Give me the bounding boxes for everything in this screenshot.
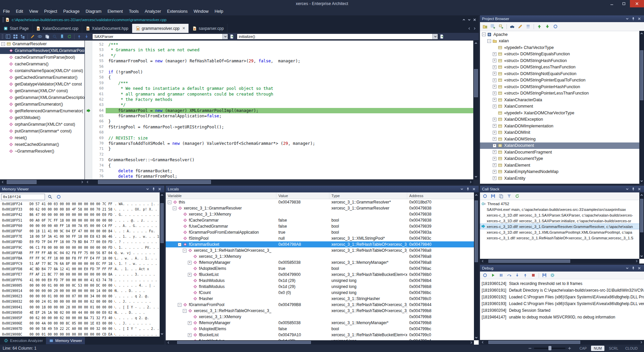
hex-row[interactable]: 0x00190014 00 00 00 00 20 00 00 00 00 00… <box>0 288 164 294</box>
document-tab-4[interactable]: saxparser.cpp <box>189 24 227 33</box>
scrollbar-thumb[interactable] <box>488 341 580 344</box>
scroll-up-button[interactable] <box>474 192 479 198</box>
new-element-button[interactable] <box>497 23 505 30</box>
hex-dump[interactable]: 0x0018FF24 D0 57 41 00 03 00 00 00 00 00… <box>0 201 164 337</box>
method-tree-item[interactable]: GrammarResolver(XMLGrammarPool* <box>0 47 85 54</box>
expander-plus-box[interactable]: + <box>188 261 192 265</box>
code-line[interactable]: GrammarResolver::~GrammarResolver() <box>106 157 473 163</box>
scroll-left-button[interactable] <box>166 340 171 345</box>
panel-menu-button[interactable] <box>625 266 630 271</box>
breakpoint-margin-cell[interactable] <box>85 168 92 174</box>
panel-pin-button[interactable] <box>151 186 156 192</box>
scroll-down-button[interactable] <box>639 253 644 259</box>
breakpoint-margin-cell[interactable] <box>85 146 92 152</box>
locals-row[interactable]: fHasher xercesc_3_1::StringHasher 0x0047… <box>166 296 479 302</box>
editor-hscrollbar[interactable] <box>85 179 473 185</box>
code-line[interactable]: delete fGrammarFromPool; <box>106 174 473 179</box>
scroll-down-button[interactable] <box>467 17 472 22</box>
step-over-button[interactable] <box>505 272 513 279</box>
element-properties-button[interactable] <box>525 23 532 30</box>
scroll-down-button[interactable] <box>474 335 479 340</box>
expander-plus-box[interactable]: + <box>493 176 496 180</box>
method-tree-item[interactable]: ~GrammarResolver() <box>0 148 85 155</box>
breakpoint-margin-cell[interactable] <box>85 119 92 124</box>
panel-pin-button[interactable] <box>631 266 636 271</box>
expander-plus-box[interactable]: + <box>493 92 496 95</box>
locals-row[interactable]: fGrammarPoolFromExternalApplication true… <box>166 229 479 235</box>
stack-frame[interactable]: xerces-c_3_1.dll! xercesc_3_1.RefHashTab… <box>480 235 644 241</box>
scrollbar-track[interactable] <box>485 340 639 345</box>
stack-frame[interactable]: xerces-c_3_1D.dll! xercesc_3_1.XMLGramma… <box>480 229 644 235</box>
code-line-current[interactable]: fGrammarPool = new (manager) XMLGrammarP… <box>106 108 473 113</box>
refresh-button[interactable] <box>66 33 73 40</box>
breakpoint-margin-cell[interactable] <box>85 152 92 157</box>
expander-plus-box[interactable]: + <box>493 150 496 154</box>
scroll-left-button[interactable] <box>0 179 5 185</box>
project-tree-item[interactable]: +«struct» DOMStringPointerEqualToFunctio… <box>480 77 644 84</box>
expander-plus-box[interactable]: + <box>493 78 496 82</box>
project-tree-item[interactable]: +«struct» DOMStringNotEqualsFunction <box>480 70 644 77</box>
tabs-scroll-right-button[interactable] <box>472 26 477 31</box>
menu-item-view[interactable]: View <box>26 7 41 15</box>
save-stack-button[interactable] <box>489 193 497 199</box>
method-tree-item[interactable]: resetCachedGrammar() <box>0 141 85 148</box>
breakpoint-margin-cell[interactable] <box>85 69 92 75</box>
method-tree-item[interactable]: reset() <box>0 134 85 141</box>
debug-message[interactable]: [1819360193]Loaded C:\Program Files (x86… <box>480 300 644 307</box>
scrollbar-thumb[interactable] <box>7 180 36 184</box>
zoom-slider[interactable] <box>528 346 572 350</box>
search-code-button[interactable] <box>51 33 58 40</box>
thread-row[interactable]: Thread 4752 <box>480 201 644 207</box>
project-tree-item[interactable]: +«struct» DOMStringPointerLessThanFuncti… <box>480 90 644 97</box>
method-tree-item[interactable]: putGrammar(Grammar* const) <box>0 128 85 134</box>
project-tree-item[interactable]: +XalanDocumentType <box>480 156 644 162</box>
breakpoint-margin-cell[interactable] <box>85 141 92 146</box>
menu-item-tools[interactable]: Tools <box>126 7 142 15</box>
scrollbar-track[interactable] <box>171 340 469 345</box>
hex-row[interactable]: 0x0018FF33 00 62 00 00 00 00 80 4F 58 00… <box>0 207 164 212</box>
document-tab-2[interactable]: XalanDocument.hpp <box>82 24 132 33</box>
breakpoint-margin[interactable] <box>85 41 92 179</box>
method-tree-item[interactable]: getGrammar(XMLGrammarDescriptio <box>0 94 85 101</box>
expander-minus-box[interactable]: − <box>1 42 5 46</box>
expander-minus-box[interactable]: − <box>173 207 176 210</box>
tabs-scroll-left-button[interactable] <box>467 26 472 31</box>
expander-minus-box[interactable]: − <box>183 309 186 313</box>
hex-row[interactable]: 0x0018FFAB FF FF FF AB 0C 04 02 F8 FF 75… <box>0 250 164 256</box>
hex-row[interactable]: 0x00190005 00 00 00 01 00 00 00 0C 53 00… <box>0 283 164 288</box>
panel-pin-button[interactable] <box>631 186 636 192</box>
browser-tree-button[interactable] <box>19 33 26 40</box>
code-line[interactable]: { <box>106 75 473 80</box>
locals-row[interactable]: fHashModulus 0x1d (29) unsigned long 0x0… <box>166 278 479 284</box>
project-browser-vscrollbar[interactable] <box>639 31 644 184</box>
edit-element-button[interactable] <box>517 23 524 30</box>
document-tab-3[interactable]: grammarresolver.cpp ✕ <box>132 24 189 33</box>
scrollbar-track[interactable] <box>160 198 164 331</box>
code-line[interactable]: * the Factory methods <box>106 97 473 102</box>
hex-row[interactable]: 0x0018FFE7 FF AF 21 BC 77 00 00 00 00 00… <box>0 272 164 277</box>
locals-row[interactable]: +fMemoryManager 0x00585038 xercesc_3_1::… <box>166 259 479 266</box>
method-tree-item[interactable]: cacheGrammarFromParse(bool) <box>0 54 85 61</box>
scroll-down-button[interactable] <box>473 174 479 179</box>
copy-stack-button[interactable] <box>497 193 505 199</box>
column-header-address[interactable]: Address <box>407 192 479 199</box>
code-line[interactable]: fGrammarsToAddToXSModel = new (manager) … <box>106 141 473 146</box>
indicator-cloud[interactable]: CLOUD <box>623 346 640 351</box>
code-line[interactable]: // REVISIT: size <box>106 135 473 141</box>
call-stack-hscrollbar[interactable] <box>480 259 639 263</box>
document-tab-0[interactable]: Start Page <box>0 24 33 33</box>
memory-refresh-button[interactable] <box>55 193 62 200</box>
stack-frame[interactable]: SAXPrint.exe! main, c:\apache\xalan-buil… <box>480 207 644 212</box>
expander-plus-box[interactable]: + <box>493 59 496 62</box>
expander-plus-box[interactable]: + <box>493 157 496 161</box>
locals-row[interactable]: +fBucketList 0x00479900 xercesc_3_1::Ref… <box>166 272 479 278</box>
scroll-down-button[interactable] <box>159 331 164 337</box>
locals-row[interactable]: +fMemoryManager 0x00585038 xercesc_3_1::… <box>166 320 479 326</box>
code-line[interactable]: * all grammars and grammar components co… <box>106 92 473 97</box>
menu-item-project[interactable]: Project <box>41 7 60 15</box>
debug-message[interactable]: [1819360192]Loaded C:\Program Files (x86… <box>480 294 644 300</box>
project-tree-item[interactable]: «typedef» XalanDOMCharVectorType <box>480 110 644 116</box>
debug-message[interactable]: [1819464147]unable to debug module MSVCR… <box>480 314 644 320</box>
locals-vscrollbar[interactable] <box>474 192 479 340</box>
scroll-right-button[interactable] <box>639 340 644 345</box>
